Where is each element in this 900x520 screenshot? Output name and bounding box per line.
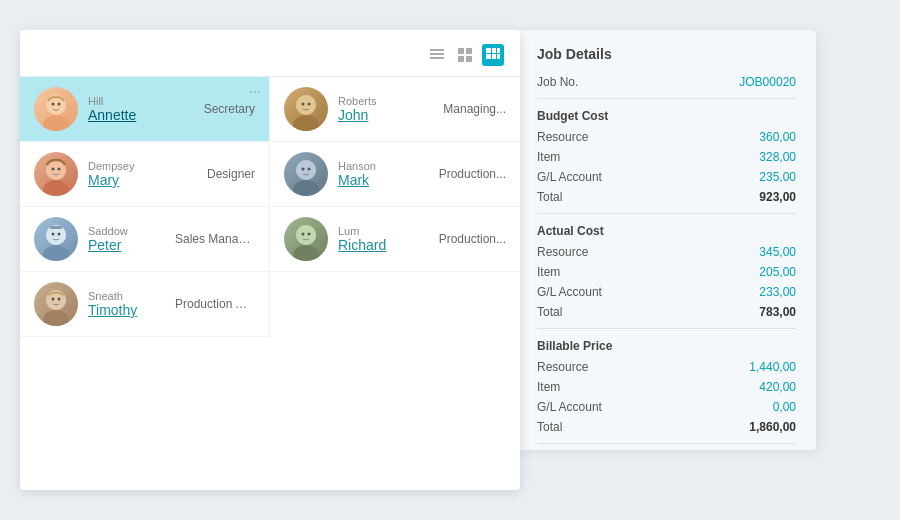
row-label-2-1: Item bbox=[537, 380, 560, 394]
svg-point-14 bbox=[43, 115, 69, 131]
row-label-1-2: G/L Account bbox=[537, 285, 602, 299]
svg-point-45 bbox=[43, 310, 69, 326]
svg-rect-38 bbox=[50, 226, 62, 229]
firstname-richard[interactable]: Richard bbox=[338, 237, 439, 253]
grid-small-view-icon[interactable] bbox=[454, 44, 476, 66]
avatar-peter bbox=[34, 217, 78, 261]
svg-rect-5 bbox=[458, 56, 464, 62]
panel-header bbox=[20, 30, 520, 77]
svg-point-21 bbox=[302, 103, 305, 106]
role-peter: Sales Manager bbox=[175, 232, 255, 246]
job-no-row: Job No. JOB00020 bbox=[537, 72, 796, 92]
employee-card-peter[interactable]: Saddow Peter Sales Manager bbox=[20, 207, 270, 272]
role-mark: Production... bbox=[439, 167, 506, 181]
svg-point-34 bbox=[43, 245, 69, 261]
firstname-mark[interactable]: Mark bbox=[338, 172, 439, 188]
svg-rect-7 bbox=[486, 48, 491, 53]
firstname-timothy[interactable]: Timothy bbox=[88, 302, 175, 318]
svg-rect-2 bbox=[430, 57, 444, 59]
job-row-2-1: Item 420,00 bbox=[537, 377, 796, 397]
lastname-roberts: Roberts bbox=[338, 95, 443, 107]
job-row-2-3: Total 1,860,00 bbox=[537, 417, 796, 437]
svg-rect-6 bbox=[466, 56, 472, 62]
job-row-0-2: G/L Account 235,00 bbox=[537, 167, 796, 187]
svg-point-37 bbox=[58, 233, 61, 236]
job-row-1-0: Resource 345,00 bbox=[537, 242, 796, 262]
row-label-2-2: G/L Account bbox=[537, 400, 602, 414]
svg-rect-8 bbox=[492, 48, 496, 53]
svg-rect-3 bbox=[458, 48, 464, 54]
employee-card-mark[interactable]: Hanson Mark Production... bbox=[270, 142, 520, 207]
row-value-1-3: 783,00 bbox=[759, 305, 796, 319]
avatar-mary bbox=[34, 152, 78, 196]
grid-large-view-icon[interactable] bbox=[482, 44, 504, 66]
svg-rect-4 bbox=[466, 48, 472, 54]
employee-card-roberts[interactable]: Roberts John Managing... bbox=[270, 77, 520, 142]
job-row-1-3: Total 783,00 bbox=[537, 302, 796, 322]
svg-point-41 bbox=[296, 225, 316, 245]
svg-point-42 bbox=[302, 233, 305, 236]
row-label-1-0: Resource bbox=[537, 245, 588, 259]
section-title-2: Billable Price bbox=[537, 339, 796, 353]
employee-panel: Hill Annette Secretary ··· Roberts John … bbox=[20, 30, 520, 490]
svg-point-31 bbox=[302, 168, 305, 171]
firstname-mary[interactable]: Mary bbox=[88, 172, 207, 188]
avatar-timothy bbox=[34, 282, 78, 326]
lastname-annette: Hill bbox=[88, 95, 204, 107]
row-value-0-0: 360,00 bbox=[759, 130, 796, 144]
svg-point-22 bbox=[308, 103, 311, 106]
svg-point-36 bbox=[52, 233, 55, 236]
card-menu[interactable]: ··· bbox=[249, 83, 261, 99]
row-value-1-2: 233,00 bbox=[759, 285, 796, 299]
list-view-icon[interactable] bbox=[426, 44, 448, 66]
row-label-0-0: Resource bbox=[537, 130, 588, 144]
section-divider-0 bbox=[537, 98, 796, 99]
job-row-1-1: Item 205,00 bbox=[537, 262, 796, 282]
role-mary: Designer bbox=[207, 167, 255, 181]
section-divider-1 bbox=[537, 213, 796, 214]
row-value-1-1: 205,00 bbox=[759, 265, 796, 279]
svg-point-43 bbox=[308, 233, 311, 236]
section-title-1: Actual Cost bbox=[537, 224, 796, 238]
row-label-0-1: Item bbox=[537, 150, 560, 164]
lastname-richard: Lum bbox=[338, 225, 439, 237]
firstname-peter[interactable]: Peter bbox=[88, 237, 175, 253]
row-label-1-3: Total bbox=[537, 305, 562, 319]
svg-point-19 bbox=[293, 115, 319, 131]
job-no-label: Job No. bbox=[537, 75, 578, 89]
job-details-title: Job Details bbox=[537, 46, 796, 62]
row-value-2-1: 420,00 bbox=[759, 380, 796, 394]
svg-point-40 bbox=[293, 245, 319, 261]
svg-point-24 bbox=[43, 180, 69, 196]
svg-point-32 bbox=[308, 168, 311, 171]
svg-rect-12 bbox=[497, 54, 500, 59]
row-label-2-0: Resource bbox=[537, 360, 588, 374]
firstname-annette[interactable]: Annette bbox=[88, 107, 204, 123]
employee-grid: Hill Annette Secretary ··· Roberts John … bbox=[20, 77, 520, 337]
employee-card-richard[interactable]: Lum Richard Production... bbox=[270, 207, 520, 272]
job-row-2-0: Resource 1,440,00 bbox=[537, 357, 796, 377]
view-icons bbox=[426, 44, 504, 66]
employee-card-mary[interactable]: Dempsey Mary Designer bbox=[20, 142, 270, 207]
svg-point-47 bbox=[52, 298, 55, 301]
job-details-panel: Job Details Job No. JOB00020 Budget Cost… bbox=[516, 30, 816, 450]
svg-rect-10 bbox=[486, 54, 491, 59]
svg-point-16 bbox=[52, 103, 55, 106]
row-label-2-3: Total bbox=[537, 420, 562, 434]
employee-card-timothy[interactable]: Sneath Timothy Production Assistant bbox=[20, 272, 270, 337]
job-row-0-3: Total 923,00 bbox=[537, 187, 796, 207]
svg-point-48 bbox=[58, 298, 61, 301]
employee-info-annette: Hill Annette bbox=[88, 95, 204, 123]
section-divider-2 bbox=[537, 328, 796, 329]
row-value-0-1: 328,00 bbox=[759, 150, 796, 164]
row-value-2-2: 0,00 bbox=[773, 400, 796, 414]
row-label-0-3: Total bbox=[537, 190, 562, 204]
svg-point-29 bbox=[293, 180, 319, 196]
role-richard: Production... bbox=[439, 232, 506, 246]
avatar-roberts bbox=[284, 87, 328, 131]
svg-rect-9 bbox=[497, 48, 500, 53]
role-roberts: Managing... bbox=[443, 102, 506, 116]
firstname-roberts[interactable]: John bbox=[338, 107, 443, 123]
employee-card-annette[interactable]: Hill Annette Secretary ··· bbox=[20, 77, 270, 142]
lastname-mary: Dempsey bbox=[88, 160, 207, 172]
